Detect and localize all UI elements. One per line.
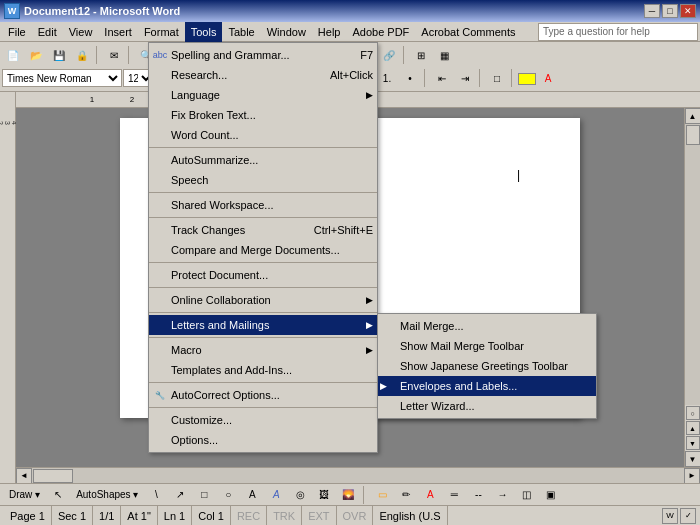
highlight-button[interactable] [518,73,536,85]
dash-style-button[interactable]: -- [467,485,489,505]
prev-page-button[interactable]: ▲ [686,421,700,435]
new-button[interactable]: 📄 [2,45,24,65]
autoshapes-button[interactable]: AutoShapes ▾ [71,485,143,505]
select-objects-button[interactable]: ↖ [47,485,69,505]
oval-button[interactable]: ○ [217,485,239,505]
menu-spelling[interactable]: abc Spelling and Grammar... F7 [149,45,377,65]
menu-tools[interactable]: Tools [185,22,223,42]
menu-file[interactable]: File [2,22,32,42]
menu-compare-merge[interactable]: Compare and Merge Documents... [149,240,377,260]
permission-button[interactable]: 🔒 [71,45,93,65]
scroll-up-button[interactable]: ▲ [685,108,701,124]
fill-color-button[interactable]: ▭ [371,485,393,505]
maximize-button[interactable]: □ [662,4,678,18]
minimize-button[interactable]: ─ [644,4,660,18]
menu-online-collab[interactable]: Online Collaboration ▶ [149,290,377,310]
letters-mailings-submenu[interactable]: Mail Merge... Show Mail Merge Toolbar Sh… [377,313,597,419]
menu-options[interactable]: Options... [149,430,377,450]
menu-templates[interactable]: Templates and Add-Ins... [149,360,377,380]
title-bar-left: W Document12 - Microsoft Word [4,3,180,19]
help-search-box[interactable]: Type a question for help [538,23,698,41]
help-placeholder: Type a question for help [543,26,650,37]
submenu-envelopes-labels[interactable]: ▶ Envelopes and Labels... [378,376,596,396]
columns-button[interactable]: ▦ [433,45,455,65]
font-color2-button[interactable]: A [419,485,441,505]
menu-format[interactable]: Format [138,22,185,42]
h-scroll-thumb[interactable] [33,469,73,483]
status-col: Col 1 [192,506,231,526]
status-bar: Page 1 Sec 1 1/1 At 1" Ln 1 Col 1 REC TR… [0,505,700,525]
draw-menu-button[interactable]: Draw ▾ [4,485,45,505]
menu-insert[interactable]: Insert [98,22,138,42]
h-scroll-track [32,468,684,483]
line-button[interactable]: \ [145,485,167,505]
font-color-button[interactable]: A [537,68,559,88]
submenu-show-mail-merge-toolbar[interactable]: Show Mail Merge Toolbar [378,336,596,356]
save-button[interactable]: 💾 [48,45,70,65]
sep7 [403,46,407,64]
picture-button[interactable]: 🌄 [337,485,359,505]
menu-macro[interactable]: Macro ▶ [149,340,377,360]
menu-adobe-pdf[interactable]: Adobe PDF [346,22,415,42]
menu-language[interactable]: Language ▶ [149,85,377,105]
line-color-button[interactable]: ✏ [395,485,417,505]
scroll-thumb[interactable] [686,125,700,145]
arrow-style-button[interactable]: → [491,485,513,505]
word-count-icon[interactable]: W [662,508,678,524]
arrow-button[interactable]: ↗ [169,485,191,505]
outside-border-button[interactable]: □ [486,68,508,88]
menu-speech[interactable]: Speech [149,170,377,190]
line-style-button[interactable]: ═ [443,485,465,505]
track-changes-icon[interactable]: ✓ [680,508,696,524]
decrease-indent-button[interactable]: ⇤ [431,68,453,88]
submenu-letter-wizard[interactable]: Letter Wizard... [378,396,596,416]
table-button[interactable]: ⊞ [410,45,432,65]
textbox-button[interactable]: A [241,485,263,505]
menu-track-changes[interactable]: Track Changes Ctrl+Shift+E [149,220,377,240]
scroll-right-button[interactable]: ► [684,468,700,484]
menu-edit[interactable]: Edit [32,22,63,42]
menu-autocorrect[interactable]: 🔧 AutoCorrect Options... [149,385,377,405]
shadow-button[interactable]: ◫ [515,485,537,505]
wordart-button[interactable]: A [265,485,287,505]
submenu-show-japanese[interactable]: Show Japanese Greetings Toolbar [378,356,596,376]
rectangle-button[interactable]: □ [193,485,215,505]
menu-acrobat[interactable]: Acrobat Comments [415,22,521,42]
email-button[interactable]: ✉ [103,45,125,65]
scroll-track [685,124,700,405]
status-right: W ✓ [662,508,696,524]
3d-button[interactable]: ▣ [539,485,561,505]
menu-shared-workspace[interactable]: Shared Workspace... [149,195,377,215]
close-button[interactable]: ✕ [680,4,696,18]
menu-research[interactable]: Research... Alt+Click [149,65,377,85]
menu-customize[interactable]: Customize... [149,410,377,430]
menu-fix-broken[interactable]: Fix Broken Text... [149,105,377,125]
submenu-mail-merge[interactable]: Mail Merge... [378,316,596,336]
font-select[interactable]: Times New Roman [2,69,122,87]
menu-view[interactable]: View [63,22,99,42]
drawing-toolbar: Draw ▾ ↖ AutoShapes ▾ \ ↗ □ ○ A A ◎ 🖼 🌄 … [0,483,700,505]
sep-2 [149,192,377,193]
numbering-button[interactable]: 1. [376,68,398,88]
increase-indent-button[interactable]: ⇥ [454,68,476,88]
tools-dropdown[interactable]: abc Spelling and Grammar... F7 Research.… [148,42,378,453]
clipart-button[interactable]: 🖼 [313,485,335,505]
menu-window[interactable]: Window [261,22,312,42]
scroll-left-button[interactable]: ◄ [16,468,32,484]
open-button[interactable]: 📂 [25,45,47,65]
sep1 [96,46,100,64]
menu-letters-mailings[interactable]: Letters and Mailings ▶ Mail Merge... Sho… [149,315,377,335]
hyperlink-button[interactable]: 🔗 [378,45,400,65]
bullets-button[interactable]: • [399,68,421,88]
next-page-button[interactable]: ▼ [686,436,700,450]
diagram-button[interactable]: ◎ [289,485,311,505]
scroll-down-button[interactable]: ▼ [685,451,701,467]
menu-table[interactable]: Table [222,22,260,42]
menu-word-count[interactable]: Word Count... [149,125,377,145]
spelling-icon: abc [151,50,169,60]
menu-protect-doc[interactable]: Protect Document... [149,265,377,285]
status-rec: REC [231,506,267,526]
menu-help[interactable]: Help [312,22,347,42]
select-browse-button[interactable]: ○ [686,406,700,420]
menu-autosummarize[interactable]: AutoSummarize... [149,150,377,170]
